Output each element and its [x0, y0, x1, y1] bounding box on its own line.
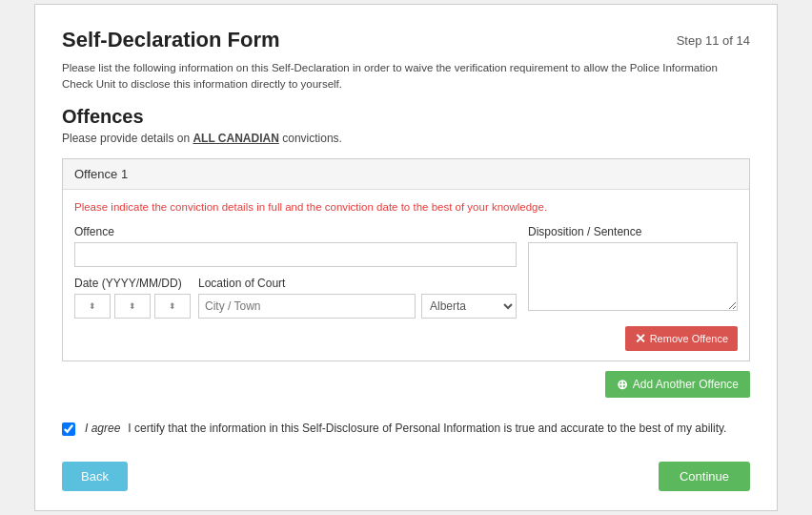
offence-left-col: Offence Date (YYYY/MM/DD) Lo	[74, 225, 517, 319]
back-button[interactable]: Back	[62, 462, 128, 491]
offence-card-body: Please indicate the conviction details i…	[63, 190, 749, 360]
location-row: Alberta British Columbia Manitoba New Br…	[198, 294, 517, 319]
form-title: Self-Declaration Form	[62, 28, 280, 52]
disposition-textarea[interactable]	[528, 242, 738, 311]
continue-button[interactable]: Continue	[659, 462, 750, 491]
city-input[interactable]	[198, 294, 416, 319]
offence-field-label: Offence	[74, 225, 517, 238]
disposition-col: Disposition / Sentence	[528, 225, 738, 314]
form-header: Self-Declaration Form Step 11 of 14	[62, 28, 750, 52]
minus-icon: ✕	[635, 331, 646, 346]
offence-card-header: Offence 1	[63, 159, 749, 190]
step-indicator: Step 11 of 14	[677, 33, 750, 48]
date-fields	[74, 294, 191, 319]
section-title: Offences	[62, 106, 750, 128]
agree-checkbox[interactable]	[62, 422, 75, 436]
date-location-row: Date (YYYY/MM/DD) Location of Court	[74, 277, 517, 319]
province-select[interactable]: Alberta British Columbia Manitoba New Br…	[421, 294, 517, 319]
location-label: Location of Court	[198, 277, 517, 290]
remove-offence-button[interactable]: ✕ Remove Offence	[625, 326, 738, 351]
date-month-spinner[interactable]	[114, 294, 151, 319]
add-offence-button[interactable]: ⊕ Add Another Offence	[605, 371, 750, 398]
agree-row: I agreeI certify that the information in…	[62, 413, 750, 444]
location-group: Location of Court Alberta British Columb…	[198, 277, 517, 319]
offence-card: Offence 1 Please indicate the conviction…	[62, 158, 750, 361]
add-another-row: ⊕ Add Another Offence	[62, 371, 750, 398]
remove-offence-label: Remove Offence	[650, 333, 728, 344]
date-year-spinner[interactable]	[74, 294, 111, 319]
agree-prefix: I agree	[85, 422, 120, 435]
add-offence-label: Add Another Offence	[633, 378, 739, 391]
disposition-label: Disposition / Sentence	[528, 225, 738, 238]
footer-row: Back Continue	[62, 462, 750, 491]
agree-label: I agreeI certify that the information in…	[85, 421, 726, 437]
offence-fields-row: Offence Date (YYYY/MM/DD) Lo	[74, 225, 738, 319]
intro-text: Please list the following information on…	[62, 60, 750, 93]
plus-icon: ⊕	[617, 377, 628, 392]
date-group: Date (YYYY/MM/DD)	[74, 277, 191, 319]
conviction-note: Please indicate the conviction details i…	[74, 199, 738, 216]
remove-btn-row: ✕ Remove Offence	[74, 326, 738, 351]
form-container: Self-Declaration Form Step 11 of 14 Plea…	[34, 4, 778, 512]
offence-input[interactable]	[74, 242, 517, 267]
date-day-spinner[interactable]	[154, 294, 191, 319]
agree-text: I certify that the information in this S…	[128, 422, 726, 435]
date-label: Date (YYYY/MM/DD)	[74, 277, 191, 290]
section-subtitle: Please provide details on ALL CANADIAN c…	[62, 132, 750, 145]
